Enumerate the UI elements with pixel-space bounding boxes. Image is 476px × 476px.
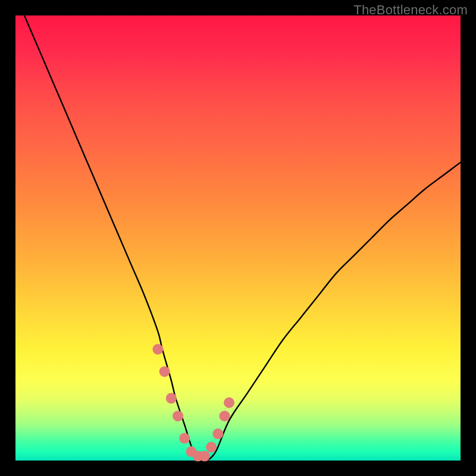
highlight-dot [152,344,163,355]
highlight-dot [199,451,210,462]
highlight-dot [159,366,170,377]
highlight-dots [152,344,234,462]
highlight-dot [206,442,217,453]
highlight-dot [220,411,230,421]
highlight-dot [212,428,223,439]
plot-area [15,15,461,461]
highlight-dot [166,393,177,403]
curve-layer [15,15,461,461]
highlight-dot [179,433,190,444]
highlight-dot [224,397,234,408]
watermark-text: TheBottleneck.com [353,2,468,18]
bottleneck-curve [24,15,461,462]
highlight-dot [173,411,183,421]
chart-frame: TheBottleneck.com [0,0,476,476]
